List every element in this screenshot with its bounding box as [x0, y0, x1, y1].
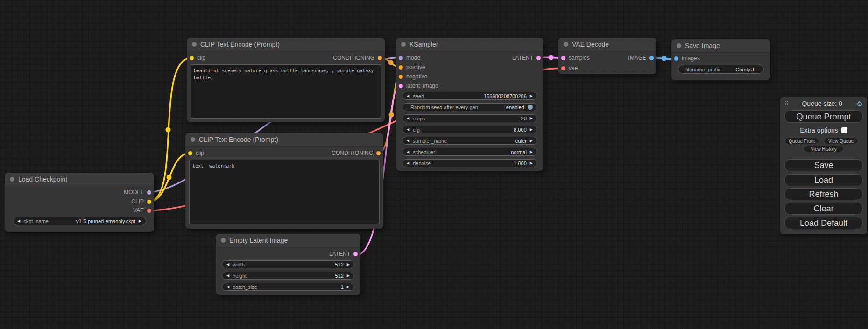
decrement-icon[interactable]: ◀ — [407, 117, 409, 120]
decrement-icon[interactable]: ◀ — [407, 139, 409, 143]
node-save-image[interactable]: Save Image images filename_prefix ComfyU… — [671, 39, 770, 80]
load-button[interactable]: Load — [784, 174, 863, 186]
toggle-dot-icon[interactable] — [528, 105, 533, 110]
clip-input-dot[interactable] — [188, 151, 192, 155]
sampler-name-widget[interactable]: ◀ sampler_name euler ▶ — [402, 137, 537, 145]
widget-value: normal — [511, 149, 527, 155]
link-dot — [549, 55, 554, 60]
output-label: CONDITIONING — [333, 55, 374, 61]
negative-input-dot[interactable] — [399, 75, 403, 79]
decrement-icon[interactable]: ◀ — [407, 161, 409, 165]
collapse-dot-icon[interactable] — [191, 137, 195, 142]
conditioning-output-dot[interactable] — [376, 151, 381, 155]
increment-icon[interactable]: ▶ — [530, 128, 533, 132]
queue-prompt-button[interactable]: Queue Prompt — [784, 110, 863, 123]
negative-prompt-textarea[interactable]: text, watermark — [189, 160, 380, 224]
increment-icon[interactable]: ▶ — [347, 285, 350, 289]
refresh-button[interactable]: Refresh — [784, 188, 863, 200]
increment-icon[interactable]: ▶ — [347, 274, 350, 278]
view-history-button[interactable]: View History — [804, 146, 844, 152]
collapse-dot-icon[interactable] — [564, 42, 568, 47]
increment-icon[interactable]: ▶ — [530, 161, 533, 165]
widget-value: 8.000 — [514, 127, 527, 133]
positive-prompt-textarea[interactable]: beautiful scenery nature glass bottle la… — [191, 64, 381, 119]
height-widget[interactable]: ◀ height 512 ▶ — [222, 272, 354, 280]
queue-front-button[interactable]: Queue Front — [784, 138, 819, 144]
increment-icon[interactable]: ▶ — [530, 94, 533, 98]
decrement-icon[interactable]: ◀ — [226, 274, 229, 278]
output-label: LATENT — [329, 251, 350, 257]
gear-icon[interactable]: ⚙ — [857, 100, 863, 107]
input-label: model — [406, 55, 422, 61]
link-dot — [662, 56, 667, 61]
decrement-icon[interactable]: ◀ — [407, 150, 409, 154]
node-titlebar[interactable]: Load Checkpoint — [5, 173, 154, 186]
seed-widget[interactable]: ◀ seed 156680208700286 ▶ — [402, 92, 537, 100]
node-title: Load Checkpoint — [18, 175, 67, 183]
model-input-dot[interactable] — [399, 56, 403, 60]
latent-image-input-dot[interactable] — [399, 84, 403, 88]
node-vae-decode[interactable]: VAE Decode samples IMAGE vae — [558, 38, 656, 74]
widget-label: height — [233, 273, 247, 279]
random-seed-toggle-widget[interactable]: Random seed after every gen enabled — [402, 103, 537, 111]
increment-icon[interactable]: ▶ — [530, 139, 533, 143]
node-graph-canvas[interactable]: Load Checkpoint MODEL CLIP VAE ◀ ckpt_na… — [0, 0, 868, 329]
batch-size-widget[interactable]: ◀ batch_size 1 ▶ — [222, 283, 354, 291]
collapse-dot-icon[interactable] — [221, 238, 226, 243]
vae-output-dot[interactable] — [147, 209, 151, 213]
node-title: Save Image — [685, 42, 720, 49]
decrement-icon[interactable]: ◀ — [407, 94, 409, 98]
filename-prefix-widget[interactable]: filename_prefix ComfyUI — [678, 65, 764, 74]
save-button[interactable]: Save — [784, 159, 863, 171]
increment-icon[interactable]: ▶ — [530, 150, 533, 154]
node-titlebar[interactable]: KSampler — [396, 38, 543, 51]
collapse-dot-icon[interactable] — [192, 42, 197, 47]
latent-output-dot[interactable] — [536, 56, 541, 60]
increment-icon[interactable]: ▶ — [530, 117, 533, 120]
node-ksampler[interactable]: KSampler model LATENT positive negative — [396, 38, 543, 171]
drag-handle-icon[interactable]: ⠿ — [784, 100, 788, 107]
view-queue-button[interactable]: View Queue — [824, 138, 858, 144]
positive-input-dot[interactable] — [399, 65, 403, 70]
denoise-widget[interactable]: ◀ denoise 1.000 ▶ — [402, 159, 537, 167]
decrement-icon[interactable]: ◀ — [226, 285, 229, 289]
increment-icon[interactable]: ▶ — [139, 219, 141, 223]
collapse-dot-icon[interactable] — [401, 42, 406, 47]
extra-options-checkbox[interactable] — [841, 127, 847, 133]
decrement-icon[interactable]: ◀ — [226, 263, 229, 266]
collapse-dot-icon[interactable] — [10, 177, 14, 182]
slot-row: images — [671, 54, 770, 63]
node-load-checkpoint[interactable]: Load Checkpoint MODEL CLIP VAE ◀ ckpt_na… — [5, 173, 154, 232]
clear-button[interactable]: Clear — [784, 203, 863, 215]
node-empty-latent-image[interactable]: Empty Latent Image LATENT ◀ width 512 ▶ … — [216, 234, 360, 295]
node-titlebar[interactable]: Empty Latent Image — [216, 234, 360, 247]
slot-row: LATENT — [216, 250, 360, 258]
clip-output-dot[interactable] — [147, 200, 151, 204]
collapse-dot-icon[interactable] — [677, 43, 681, 48]
vae-input-dot[interactable] — [561, 66, 565, 70]
conditioning-output-dot[interactable] — [378, 56, 382, 60]
ckpt-name-widget[interactable]: ◀ ckpt_name v1-5-pruned-emaonly.ckpt ▶ — [13, 217, 146, 225]
samples-input-dot[interactable] — [561, 56, 565, 60]
steps-widget[interactable]: ◀ steps 20 ▶ — [402, 114, 537, 122]
load-default-button[interactable]: Load Default — [784, 217, 863, 229]
images-input-dot[interactable] — [674, 56, 678, 61]
node-titlebar[interactable]: VAE Decode — [558, 38, 656, 51]
scheduler-widget[interactable]: ◀ scheduler normal ▶ — [402, 148, 537, 156]
decrement-icon[interactable]: ◀ — [17, 219, 20, 223]
increment-icon[interactable]: ▶ — [347, 263, 350, 266]
latent-output-dot[interactable] — [353, 252, 358, 256]
image-output-dot[interactable] — [649, 56, 654, 60]
clip-input-dot[interactable] — [190, 56, 194, 60]
decrement-icon[interactable]: ◀ — [407, 128, 409, 132]
cfg-widget[interactable]: ◀ cfg 8.000 ▶ — [402, 126, 537, 133]
slot-row: VAE — [5, 206, 154, 215]
node-titlebar[interactable]: CLIP Text Encode (Prompt) — [187, 38, 385, 51]
width-widget[interactable]: ◀ width 512 ▶ — [222, 260, 354, 268]
node-titlebar[interactable]: CLIP Text Encode (Prompt) — [185, 133, 383, 147]
node-clip-text-encode-negative[interactable]: CLIP Text Encode (Prompt) clip CONDITION… — [185, 133, 383, 229]
node-clip-text-encode-positive[interactable]: CLIP Text Encode (Prompt) clip CONDITION… — [187, 38, 385, 122]
slot-row: clip CONDITIONING — [187, 54, 385, 62]
model-output-dot[interactable] — [147, 190, 151, 195]
node-titlebar[interactable]: Save Image — [671, 39, 770, 53]
